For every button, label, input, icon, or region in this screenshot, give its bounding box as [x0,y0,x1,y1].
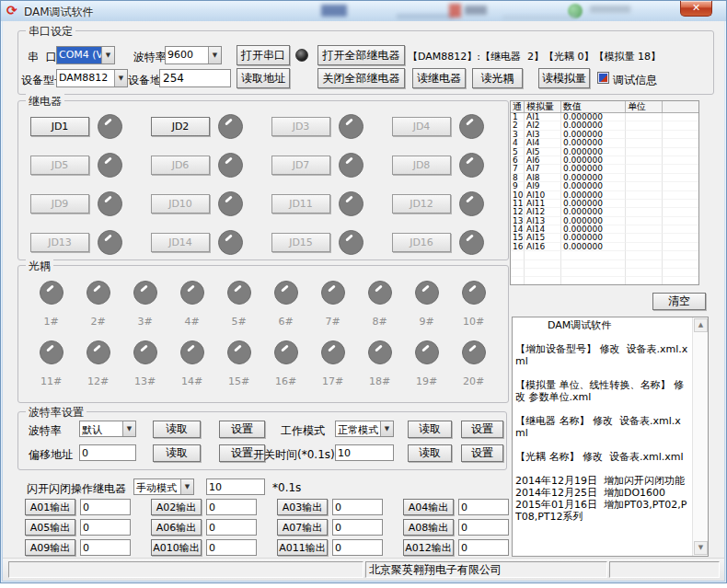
output-value-field[interactable] [80,539,131,556]
log-scrollbar[interactable]: ▲ ▼ [692,317,708,556]
relay-button-jd13[interactable]: JD13 [30,233,89,252]
output-value-field[interactable] [80,519,131,536]
table-row[interactable]: 12AI120.000000 [511,208,698,216]
output-value-field[interactable] [206,499,257,515]
titlebar[interactable]: ⟳ DAM调试软件 ✕ [1,1,726,21]
cell-name [525,277,561,285]
output-value-field[interactable] [458,499,509,515]
chevron-down-icon[interactable]: ▼ [380,421,393,436]
output-button-a07[interactable]: A07输出 [277,519,328,536]
relay-button-jd15[interactable]: JD15 [271,233,330,252]
open-all-relays-button[interactable]: 打开全部继电器 [317,45,405,65]
port-combobox[interactable]: COM4 (V) ▼ [56,46,115,64]
flash-mode-combobox[interactable]: 手动模式 ▼ [133,478,194,495]
table-row[interactable]: 10AI100.000000 [511,191,698,200]
switch-time-read-button[interactable]: 读取 [408,444,452,462]
relay-button-jd6[interactable]: JD6 [151,156,210,175]
output-button-a010[interactable]: A010输出 [151,539,202,556]
relay-button-jd10[interactable]: JD10 [151,194,210,213]
read-relays-button[interactable]: 读继电器 [412,68,466,88]
cell-channel [511,260,525,269]
debug-info-icon[interactable] [597,72,609,84]
output-value-field[interactable] [332,519,383,536]
table-row[interactable]: 2AI20.000000 [511,121,698,130]
baud-set-button[interactable]: 设置 [219,421,265,438]
relay-button-jd5[interactable]: JD5 [30,156,89,175]
relay-button-jd9[interactable]: JD9 [30,194,89,213]
output-value-field[interactable] [332,499,383,515]
close-button[interactable]: ✕ [680,1,712,17]
read-opto-button[interactable]: 读光耦 [472,68,523,88]
cell-unit [626,200,663,208]
table-row[interactable]: 11AI110.000000 [511,200,698,208]
relay-button-jd3[interactable]: JD3 [271,117,330,136]
output-value-field[interactable] [458,519,509,536]
table-row[interactable]: 16AI160.000000 [511,243,698,251]
relay-cell: JD11 [271,191,392,216]
scroll-down-icon[interactable]: ▼ [694,541,708,555]
work-mode-combobox[interactable]: 正常模式 ▼ [335,421,394,437]
relay-button-jd2[interactable]: JD2 [151,117,210,136]
output-value-field[interactable] [80,499,131,515]
output-button-a08[interactable]: A08输出 [403,519,454,536]
read-address-button[interactable]: 读取地址 [237,68,290,88]
baud-combobox[interactable]: 9600 ▼ [165,46,222,64]
table-row[interactable]: 1AI10.000000 [511,113,698,121]
output-button-a09[interactable]: A09输出 [25,539,75,556]
output-button-a012[interactable]: A012输出 [403,539,454,556]
offset-address-field[interactable] [79,444,136,461]
flash-time-field[interactable] [206,478,265,495]
relay-button-jd14[interactable]: JD14 [151,233,210,252]
output-button-a04[interactable]: A04输出 [403,499,454,515]
table-row[interactable]: 5AI50.000000 [511,148,698,156]
table-row[interactable]: 9AI90.000000 [511,182,698,190]
chevron-down-icon[interactable]: ▼ [208,47,221,63]
table-row[interactable]: 13AI130.000000 [511,217,698,225]
relay-button-jd7[interactable]: JD7 [271,156,330,175]
relay-button-jd16[interactable]: JD16 [392,233,451,252]
output-value-field[interactable] [206,519,257,536]
output-button-a03[interactable]: A03输出 [277,499,328,515]
relay-button-jd1[interactable]: JD1 [30,117,89,136]
output-button-a011[interactable]: A011输出 [277,539,328,556]
read-analog-button[interactable]: 读模拟量 [538,68,590,88]
open-port-button[interactable]: 打开串口 [237,45,290,65]
relay-button-jd4[interactable]: JD4 [392,117,451,136]
chevron-down-icon[interactable]: ▼ [180,479,193,494]
clear-button[interactable]: 清空 [652,293,706,310]
close-all-relays-button[interactable]: 关闭全部继电器 [317,68,405,88]
output-value-field[interactable] [332,539,383,556]
table-row[interactable]: 7AI70.000000 [511,165,698,173]
baud-read-button[interactable]: 读取 [153,421,201,438]
output-value-field[interactable] [206,539,257,556]
relay-button-jd12[interactable]: JD12 [392,194,451,213]
output-button-a05[interactable]: A05输出 [25,519,75,536]
scroll-up-icon[interactable]: ▲ [694,318,708,332]
switch-time-field[interactable] [335,444,394,461]
chevron-down-icon[interactable]: ▼ [122,421,135,436]
output-button-a02[interactable]: A02输出 [151,499,202,515]
relay-cell: JD6 [151,153,271,178]
chevron-down-icon[interactable]: ▼ [114,70,127,86]
output-button-a06[interactable]: A06输出 [151,519,202,536]
offset-read-button[interactable]: 读取 [153,444,201,462]
table-row[interactable]: 6AI60.000000 [511,156,698,165]
address-field[interactable] [159,69,231,87]
cell-value: 0.000000 [561,208,626,216]
model-combobox[interactable]: DAM8812 ▼ [56,69,128,87]
work-mode-read-button[interactable]: 读取 [408,421,452,438]
relay-button-jd11[interactable]: JD11 [271,194,330,213]
output-button-a01[interactable]: A01输出 [25,499,75,515]
table-row[interactable]: 14AI140.000000 [511,225,698,234]
switch-time-set-button[interactable]: 设置 [461,444,503,462]
work-mode-set-button[interactable]: 设置 [461,421,503,438]
table-row[interactable]: 4AI40.000000 [511,139,698,147]
chevron-down-icon[interactable]: ▼ [101,47,114,63]
output-value-field[interactable] [458,539,509,556]
cell-unit [626,131,663,139]
table-row[interactable]: 8AI80.000000 [511,174,698,182]
table-row[interactable]: 15AI150.000000 [511,234,698,242]
table-row[interactable]: 3AI30.000000 [511,131,698,139]
relay-button-jd8[interactable]: JD8 [392,156,451,175]
baud-setting-combobox[interactable]: 默认 ▼ [79,421,136,437]
